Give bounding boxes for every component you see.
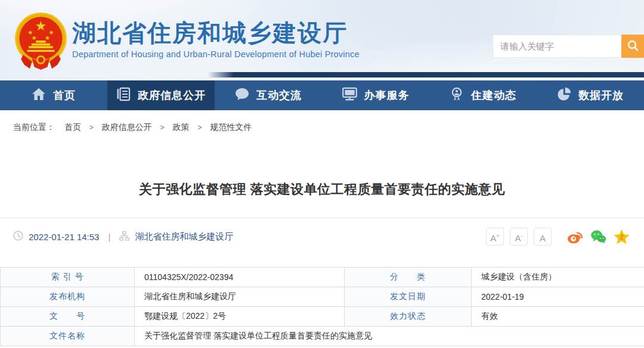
article-toolbar: A+ A- A <box>486 228 630 246</box>
site-title: 湖北省住房和城乡建设厅 <box>72 20 360 46</box>
font-button-label: A <box>540 234 546 243</box>
nav-item-label: 住建动态 <box>471 88 516 102</box>
svg-text:★: ★ <box>45 35 50 41</box>
table-row: 索 引 号 01104325X/2022-02394 分 类 城乡建设（含住房） <box>1 268 644 287</box>
nav-item-label: 首页 <box>53 88 76 102</box>
meta-label-issuing-agency: 发布机构 <box>1 287 135 307</box>
header-mountain-ridge-decoration <box>208 72 644 77</box>
article-source: 湖北省住房和城乡建设厅 <box>135 231 233 243</box>
weibo-icon[interactable] <box>567 229 583 245</box>
meta-value-doc-number: 鄂建设规〔2022〕2号 <box>135 307 345 327</box>
breadcrumb-item-home[interactable]: 首页 <box>64 122 81 132</box>
svg-text:★: ★ <box>35 18 47 33</box>
meta-value-issuing-agency: 湖北省住房和城乡建设厅 <box>135 287 345 307</box>
qzone-icon[interactable]: Z <box>614 229 630 245</box>
breadcrumb-separator: > <box>89 123 94 132</box>
divider <box>0 218 644 218</box>
nav-item-label: 办事服务 <box>364 88 410 102</box>
table-row: 发布机构 湖北省住房和城乡建设厅 发文日期 2022-01-19 <box>1 287 644 307</box>
meta-label-doc-name: 文件名称 <box>1 327 135 346</box>
article-meta: 2022-01-21 14:53 | 湖北省住房和城乡建设厅 <box>13 231 233 243</box>
site-search <box>493 35 644 58</box>
breadcrumb-separator: > <box>197 123 202 132</box>
nav-item-label: 数据开放 <box>578 88 624 102</box>
font-button-sup: - <box>521 234 523 239</box>
breadcrumb: 当前位置： 首页 > 政府信息公开 > 政策 > 规范性文件 <box>13 122 252 133</box>
meta-value-index-number: 01104325X/2022-02394 <box>135 268 345 287</box>
font-button-label: A <box>515 234 521 243</box>
meta-label-doc-number: 文 号 <box>1 307 135 327</box>
share-buttons: Z <box>567 229 630 245</box>
breadcrumb-separator: > <box>160 123 165 132</box>
font-increase-button[interactable]: A+ <box>486 228 504 246</box>
person-badge-icon <box>450 87 464 104</box>
page: ★ ★ ★ ★ ★ 湖北省住房和城乡建设厅 Department of Hous… <box>0 0 644 348</box>
clock-icon <box>13 231 23 243</box>
monitor-icon <box>342 87 357 104</box>
nav-item-label: 政府信息公开 <box>138 88 206 102</box>
main-nav: 首页 政府信息公开 互动交流 <box>0 80 644 110</box>
font-button-label: A <box>490 234 496 243</box>
page-title: 关于强化监督管理 落实建设单位工程质量首要责任的实施意见 <box>0 181 644 198</box>
site-header: ★ ★ ★ ★ ★ 湖北省住房和城乡建设厅 Department of Hous… <box>0 0 644 80</box>
national-emblem-logo: ★ ★ ★ ★ ★ <box>13 12 69 73</box>
nav-item-gov-info[interactable]: 政府信息公开 <box>107 80 215 110</box>
meta-value-validity-status: 有效 <box>472 307 644 327</box>
meta-separator: | <box>108 232 110 242</box>
wechat-icon[interactable] <box>590 229 606 245</box>
nav-item-interaction[interactable]: 互动交流 <box>215 80 322 110</box>
publish-time: 2022-01-21 14:53 <box>29 232 99 242</box>
nav-item-home[interactable]: 首页 <box>0 80 107 110</box>
meta-value-doc-name: 关于强化监督管理 落实建设单位工程质量首要责任的实施意见 <box>135 327 644 346</box>
meta-value-category: 城乡建设（含住房） <box>472 268 644 287</box>
font-button-sup: + <box>496 234 499 239</box>
breadcrumb-item-normative-docs[interactable]: 规范性文件 <box>210 122 252 132</box>
meta-label-validity-status: 效力状态 <box>345 307 472 327</box>
site-subtitle: Department of Housing and Urban-Rural De… <box>72 49 360 59</box>
meta-label-category: 分 类 <box>345 268 472 287</box>
table-row: 文 号 鄂建设规〔2022〕2号 效力状态 有效 <box>1 307 644 327</box>
svg-text:Z: Z <box>620 234 624 241</box>
search-icon <box>627 39 639 54</box>
svg-text:★: ★ <box>32 35 37 41</box>
document-meta-table: 索 引 号 01104325X/2022-02394 分 类 城乡建设（含住房）… <box>0 267 644 346</box>
font-reset-button[interactable]: A <box>534 228 552 246</box>
nav-item-label: 互动交流 <box>256 88 302 102</box>
article-meta-bar: 2022-01-21 14:53 | 湖北省住房和城乡建设厅 A+ A- A <box>13 225 630 248</box>
chat-bubble-icon <box>235 88 249 104</box>
search-button[interactable] <box>621 35 644 58</box>
nav-item-news[interactable]: 住建动态 <box>429 80 537 110</box>
nav-item-services[interactable]: 办事服务 <box>322 80 429 110</box>
site-branding: 湖北省住房和城乡建设厅 Department of Housing and Ur… <box>72 20 360 59</box>
breadcrumb-item-gov-info[interactable]: 政府信息公开 <box>102 122 152 132</box>
meta-label-issue-date: 发文日期 <box>345 287 472 307</box>
document-icon <box>116 87 131 104</box>
search-input[interactable] <box>493 35 621 58</box>
sitemap-icon <box>119 231 129 243</box>
table-row: 文件名称 关于强化监督管理 落实建设单位工程质量首要责任的实施意见 <box>1 327 644 346</box>
breadcrumb-prefix: 当前位置： <box>13 122 55 132</box>
meta-value-issue-date: 2022-01-19 <box>472 287 644 307</box>
breadcrumb-item-policy[interactable]: 政策 <box>172 122 189 132</box>
home-icon <box>32 88 46 104</box>
pie-chart-icon <box>557 87 571 104</box>
nav-item-open-data[interactable]: 数据开放 <box>537 80 644 110</box>
font-decrease-button[interactable]: A- <box>510 228 528 246</box>
meta-label-index-number: 索 引 号 <box>1 268 135 287</box>
